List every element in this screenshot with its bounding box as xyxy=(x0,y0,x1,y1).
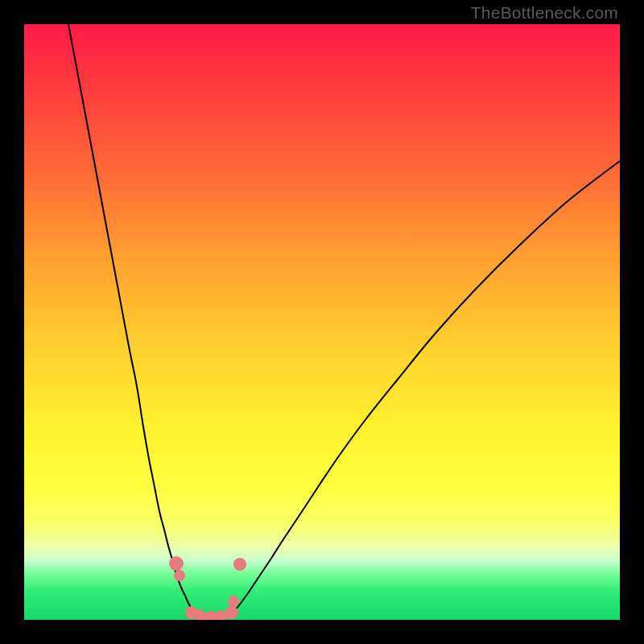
data-point xyxy=(174,570,185,581)
watermark-text: TheBottleneck.com xyxy=(471,3,618,23)
data-point xyxy=(169,556,184,571)
data-point xyxy=(228,596,239,607)
data-point xyxy=(225,606,238,619)
plot-area xyxy=(24,24,620,620)
data-point xyxy=(233,558,246,571)
curve-svg xyxy=(24,24,620,620)
curve-group xyxy=(68,24,620,618)
bottleneck-curve xyxy=(68,24,620,618)
outer-frame: TheBottleneck.com xyxy=(0,0,644,644)
